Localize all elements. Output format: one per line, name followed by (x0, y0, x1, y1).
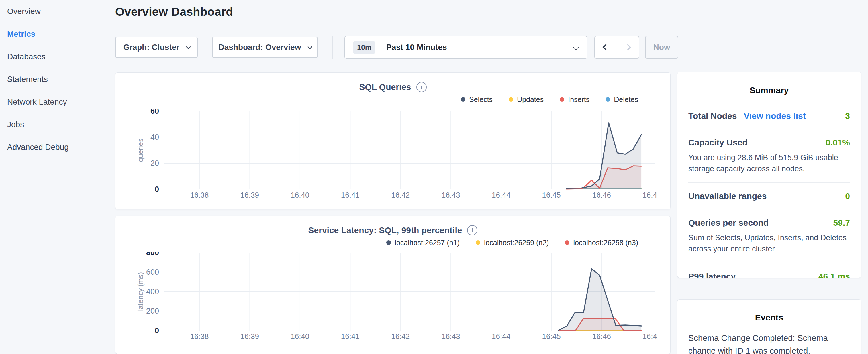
svg-text:16:46: 16:46 (592, 332, 611, 341)
chart-legend: Selects Updates Inserts Deletes (116, 96, 638, 103)
legend-label: Selects (469, 95, 493, 104)
sidebar-item-overview[interactable]: Overview (0, 0, 109, 23)
sidebar-item-statements[interactable]: Statements (0, 68, 109, 91)
toolbar: Graph: Cluster Dashboard: Overview 10m P… (115, 36, 678, 59)
svg-text:16:45: 16:45 (542, 191, 561, 199)
legend-dot (386, 240, 391, 245)
view-nodes-list-link[interactable]: View nodes list (744, 111, 806, 121)
legend-item-n2[interactable]: localhost:26259 (n2) (476, 238, 549, 247)
svg-text:16:43: 16:43 (442, 191, 460, 199)
svg-text:16:44: 16:44 (492, 191, 510, 199)
toolbar-divider (333, 36, 333, 59)
svg-text:400: 400 (146, 287, 159, 296)
svg-text:16:47: 16:47 (643, 191, 657, 199)
time-pager (594, 36, 639, 59)
summary-value: 0 (845, 191, 850, 201)
legend-item-deletes[interactable]: Deletes (606, 95, 638, 104)
legend-label: localhost:26257 (n1) (395, 238, 460, 247)
svg-text:16:38: 16:38 (190, 332, 209, 341)
svg-text:20: 20 (150, 159, 159, 167)
svg-text:0: 0 (155, 185, 159, 194)
summary-value: 46.1 ms (818, 271, 850, 278)
summary-description: Sum of Selects, Updates, Inserts, and De… (688, 232, 850, 255)
legend-label: Updates (517, 95, 544, 104)
service-latency-chart[interactable]: 16:3816:3916:4016:4116:4216:4316:4416:45… (116, 252, 657, 349)
sidebar-item-advanced-debug[interactable]: Advanced Debug (0, 136, 109, 158)
sql-queries-chart[interactable]: 16:3816:3916:4016:4116:4216:4316:4416:45… (116, 109, 657, 203)
info-icon[interactable]: i (416, 82, 427, 92)
legend-label: localhost:26258 (n3) (573, 238, 638, 247)
chart-title: SQL Queries (359, 82, 411, 92)
legend-label: localhost:26259 (n2) (484, 238, 549, 247)
legend-item-selects[interactable]: Selects (461, 95, 493, 104)
summary-row-qps: Queries per second 59.7 Sum of Selects, … (688, 210, 850, 263)
summary-value: 59.7 (833, 218, 850, 228)
svg-text:16:39: 16:39 (241, 191, 259, 199)
graph-dropdown-label: Graph: Cluster (123, 43, 179, 52)
svg-text:16:40: 16:40 (290, 191, 309, 199)
svg-text:16:39: 16:39 (241, 332, 259, 341)
legend-label: Inserts (568, 95, 589, 104)
time-range-badge: 10m (353, 41, 375, 54)
svg-text:latency (ms): latency (ms) (136, 272, 145, 311)
svg-text:800: 800 (146, 252, 159, 257)
svg-text:16:45: 16:45 (542, 332, 561, 341)
sidebar-item-jobs[interactable]: Jobs (0, 113, 109, 136)
event-message: Schema Change Completed: Schema change w… (688, 332, 850, 354)
summary-description: You are using 28.6 MiB of 515.9 GiB usab… (688, 152, 850, 174)
sidebar-item-metrics[interactable]: Metrics (0, 23, 109, 45)
svg-text:0: 0 (155, 326, 159, 335)
svg-text:16:42: 16:42 (391, 191, 410, 199)
sidebar: Overview Metrics Databases Statements Ne… (0, 0, 109, 158)
svg-text:16:40: 16:40 (290, 332, 309, 341)
dashboard-dropdown[interactable]: Dashboard: Overview (212, 37, 318, 58)
time-prev-button[interactable] (595, 36, 617, 58)
legend-dot (560, 97, 564, 102)
svg-text:16:43: 16:43 (442, 332, 460, 341)
legend-dot (509, 97, 513, 102)
now-button[interactable]: Now (645, 36, 678, 59)
chevron-down-icon (573, 44, 579, 50)
graph-dropdown[interactable]: Graph: Cluster (115, 37, 198, 58)
time-range-label: Past 10 Minutes (386, 43, 447, 52)
svg-text:60: 60 (150, 109, 159, 116)
legend-item-n3[interactable]: localhost:26258 (n3) (565, 238, 638, 247)
chart-title: Service Latency: SQL, 99th percentile (308, 225, 462, 235)
summary-value: 3 (845, 111, 850, 121)
summary-row-total-nodes: Total Nodes View nodes list 3 (688, 102, 850, 129)
svg-text:queries: queries (136, 139, 145, 162)
service-latency-panel: Service Latency: SQL, 99th percentile i … (115, 216, 671, 354)
events-title: Events (688, 313, 850, 322)
summary-row-capacity-used: Capacity Used 0.01% You are using 28.6 M… (688, 129, 850, 183)
legend-item-n1[interactable]: localhost:26257 (n1) (386, 238, 460, 247)
legend-item-inserts[interactable]: Inserts (560, 95, 589, 104)
info-icon[interactable]: i (467, 225, 477, 235)
legend-dot (476, 240, 480, 245)
sidebar-item-databases[interactable]: Databases (0, 45, 109, 68)
svg-text:16:38: 16:38 (190, 191, 209, 199)
summary-label: Capacity Used (688, 138, 748, 148)
legend-dot (461, 97, 465, 102)
chart-legend: localhost:26257 (n1) localhost:26259 (n2… (116, 239, 638, 246)
legend-item-updates[interactable]: Updates (509, 95, 544, 104)
dashboard-dropdown-label: Dashboard: Overview (219, 43, 301, 52)
summary-row-p99-latency: P99 latency 46.1 ms (688, 263, 850, 278)
legend-dot (565, 240, 569, 245)
sidebar-item-network-latency[interactable]: Network Latency (0, 91, 109, 113)
time-next-button[interactable] (617, 36, 639, 58)
svg-text:16:46: 16:46 (592, 191, 611, 199)
svg-text:16:41: 16:41 (341, 191, 360, 199)
legend-dot (606, 97, 610, 102)
svg-text:600: 600 (146, 268, 159, 277)
chevron-down-icon (186, 44, 191, 49)
summary-value: 0.01% (826, 138, 850, 148)
summary-label: Total Nodes (688, 111, 737, 121)
summary-row-unavailable-ranges: Unavailable ranges 0 (688, 183, 850, 209)
legend-label: Deletes (614, 95, 638, 104)
chevron-left-icon (602, 44, 609, 51)
summary-label: Unavailable ranges (688, 191, 767, 201)
summary-title: Summary (688, 85, 850, 95)
time-range-select[interactable]: 10m Past 10 Minutes (344, 36, 587, 59)
sql-queries-panel: SQL Queries i Selects Updates Inserts De… (115, 72, 671, 210)
svg-text:16:44: 16:44 (492, 332, 510, 341)
